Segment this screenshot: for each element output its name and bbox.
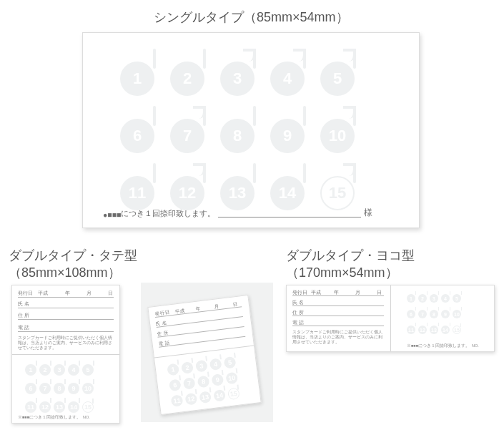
stage: シングルタイプ（85mm×54mm） 1 2 3 4 5 6 7 8 9 10 … [0,0,504,440]
heading-dv-line1: ダブルタイプ・タテ型 [9,248,137,263]
h-s12: 12 [418,326,427,334]
mini-stamp-2: 2 [39,364,51,376]
fold-s7: 7 [183,377,196,390]
fold-s8: 8 [197,376,210,388]
card-double-horizontal: 発行日 平成 年 月 日 氏 名 住 所 電 話 スタンプカードご利用時にご提供… [286,285,495,352]
h-s15: 15 [453,326,461,334]
fold-s9: 9 [211,373,224,386]
heading-dh-line2: （170mm×54mm） [286,265,398,280]
issue-label: 発行日 [18,290,33,297]
card-double-vertical-folded: 発行日 平成 年 月 日 氏 名 住 所 電 話 1 2 3 4 5 6 7 8… [147,295,261,415]
bottom-note-h: ※■■■につき１回捺印致します。 NO. [407,343,479,348]
card-single-footer: ●■■■ につき１回捺印致します。 様 [103,207,372,219]
fold-s4: 4 [209,358,222,371]
month-unit: 月 [87,290,92,297]
card-double-vertical: 発行日 平成 年 月 日 氏 名 住 所 電 話 スタンプカードご利用時にご提供… [11,285,120,424]
era-label: 平成 [38,290,48,297]
stamp-9: 9 [270,119,305,153]
mini-stamp-1: 1 [25,364,36,376]
stamp-6: 6 [120,119,154,153]
h-s5: 5 [453,294,461,303]
fold-s13: 13 [199,391,212,404]
stamp-2: 2 [170,62,204,96]
stamp-7: 7 [170,119,204,153]
stamp-4: 4 [270,62,305,96]
stamp-3: 3 [220,62,255,96]
fold-s5: 5 [224,356,237,369]
mini-stamp-3: 3 [54,364,65,376]
h-s8: 8 [430,310,438,318]
mini-stamp-5: 5 [82,364,94,376]
stamp-11: 11 [120,176,154,210]
mini-stamp-7: 7 [39,383,51,394]
heading-dh-line1: ダブルタイプ・ヨコ型 [286,248,415,263]
mini-stamp-4: 4 [68,364,79,376]
year-unit: 年 [65,290,70,297]
stamp-8: 8 [220,119,255,153]
fold-s14: 14 [213,389,226,402]
mini-stamp-12: 12 [39,401,51,413]
h-s14: 14 [441,326,450,334]
fold-s3: 3 [195,360,208,373]
h-s13: 13 [430,326,438,334]
fold-s10: 10 [225,372,238,385]
mini-stamp-9: 9 [68,383,79,394]
fold-s15: 15 [227,388,240,401]
fold-s12: 12 [184,393,197,406]
heading-single-type: シングルタイプ（85mm×54mm） [154,9,349,26]
h-s4: 4 [441,294,450,303]
h-s10: 10 [453,310,461,318]
mini-stamp-13: 13 [54,401,65,413]
fold-crease [12,354,119,355]
h-s6: 6 [407,310,415,318]
fold-s11: 11 [171,394,184,407]
h-s3: 3 [430,294,438,303]
fold-s6: 6 [169,378,182,391]
address-label: 住 所 [18,313,29,319]
stamp-note-prefix: ●■■■ [103,210,121,219]
stamp-12: 12 [170,176,204,210]
fold-crease-vertical [390,285,391,351]
heading-double-vertical: ダブルタイプ・タテ型 （85mm×108mm） [9,247,137,282]
h-s1: 1 [407,294,415,303]
stamp-15: 15 [320,176,355,210]
mini-stamp-14: 14 [68,401,79,413]
name-label: 氏 名 [18,301,29,308]
fold-s2: 2 [181,361,194,374]
fold-crease-2 [154,346,254,358]
bottom-note-v: ※■■■につき１回捺印致します。 NO. [18,415,90,420]
stamp-14: 14 [270,176,305,210]
stamp-1: 1 [120,62,154,96]
signature-line [218,217,361,217]
mini-stamp-15: 15 [82,401,94,413]
h-privacy: スタンプカードご利用時にご提供いただく個人情報は、当店よりのご案内、サービスのみ… [292,330,385,345]
mini-stamp-11: 11 [25,401,36,413]
privacy-note: スタンプカードご利用時にご提供いただく個人情報は、当店よりのご案内、サービスのみ… [18,336,114,351]
card-single: 1 2 3 4 5 6 7 8 9 10 11 12 13 14 15 ●■■■… [82,32,420,228]
stamp-13: 13 [220,176,255,210]
h-s11: 11 [407,326,415,334]
phone-label: 電 話 [18,325,29,331]
stamp-10: 10 [320,119,355,153]
fold-s1: 1 [167,363,179,376]
heading-double-horizontal: ダブルタイプ・ヨコ型 （170mm×54mm） [286,247,415,282]
sama-suffix: 様 [364,207,372,219]
mini-stamp-10: 10 [82,383,94,394]
heading-dv-line2: （85mm×108mm） [9,265,121,280]
h-s9: 9 [441,310,450,318]
mini-stamp-6: 6 [25,383,36,394]
mini-stamp-8: 8 [54,383,65,394]
stamp-note-text: につき１回捺印致します。 [121,209,215,219]
h-s2: 2 [418,294,427,303]
stamp-5: 5 [320,62,355,96]
day-unit: 日 [108,290,113,297]
h-s7: 7 [418,310,427,318]
